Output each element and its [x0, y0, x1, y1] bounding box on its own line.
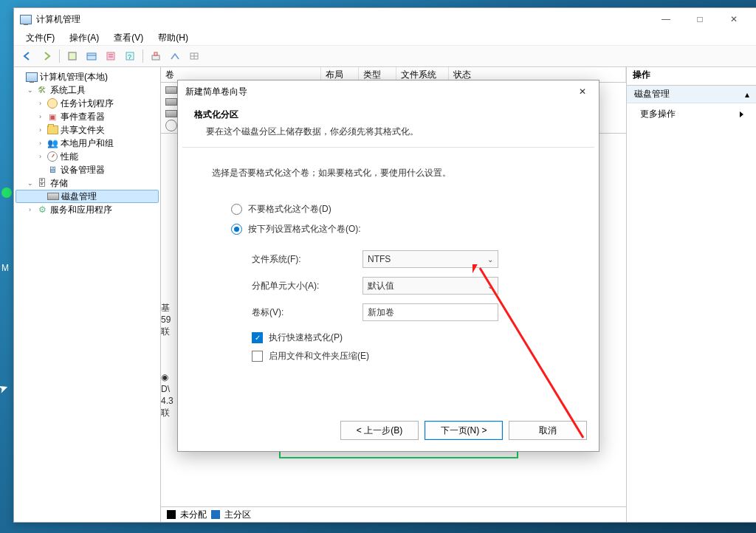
- navigation-tree[interactable]: 计算机管理(本地) ⌄🛠系统工具 ›任务计划程序 ›▣事件查看器 ›共享文件夹 …: [14, 67, 161, 522]
- dialog-close-button[interactable]: ✕: [569, 81, 596, 102]
- titlebar[interactable]: 计算机管理 — □ ✕: [14, 8, 756, 30]
- expander-icon[interactable]: ⌄: [26, 179, 34, 188]
- select-value: NTFS: [368, 254, 391, 264]
- filesystem-select[interactable]: NTFS ⌄: [362, 250, 498, 268]
- dialog-titlebar[interactable]: 新建简单卷向导 ✕: [178, 80, 599, 103]
- toolbar-btn-7[interactable]: [185, 47, 203, 65]
- legend-label: 主分区: [224, 509, 251, 521]
- tree-performance[interactable]: ›性能: [16, 150, 159, 163]
- checkbox-label: 执行快速格式化(P): [269, 331, 343, 344]
- nav-forward-button[interactable]: [38, 47, 55, 65]
- expander-icon[interactable]: ›: [26, 206, 34, 214]
- tree-label: 设备管理器: [61, 164, 105, 176]
- volume-icon: [165, 86, 177, 94]
- tree-storage[interactable]: ⌄🗄存储: [16, 176, 159, 190]
- dialog-subheading: 要在这个磁盘分区上储存数据，你必须先将其格式化。: [194, 125, 583, 138]
- submenu-arrow-icon: [740, 111, 743, 117]
- volume-label-input[interactable]: 新加卷: [362, 303, 498, 321]
- dialog-prompt: 选择是否要格式化这个卷；如果要格式化，要使用什么设置。: [212, 167, 574, 179]
- back-button[interactable]: < 上一步(B): [340, 421, 419, 440]
- tree-device-manager[interactable]: 🖥设备管理器: [16, 163, 159, 176]
- close-button[interactable]: ✕: [717, 8, 751, 30]
- tree-label: 性能: [61, 151, 78, 163]
- mouse-cursor-icon: ➤: [0, 379, 10, 396]
- expander-icon[interactable]: ›: [36, 126, 44, 134]
- tree-label: 服务和应用程序: [50, 204, 112, 216]
- toolbar-btn-5[interactable]: [147, 47, 165, 65]
- collapse-icon[interactable]: ▴: [745, 89, 749, 100]
- toolbar-btn-3[interactable]: [102, 47, 120, 65]
- tree-label: 计算机管理(本地): [40, 71, 108, 83]
- checkbox-label: 启用文件和文件夹压缩(E): [269, 350, 369, 362]
- cancel-button[interactable]: 取消: [509, 421, 587, 440]
- desktop-background-element: [1, 188, 12, 198]
- actions-pane: 操作 磁盘管理 ▴ 更多操作: [627, 67, 756, 522]
- legend-swatch-primary: [211, 510, 220, 519]
- tree-local-users[interactable]: ›👥本地用户和组: [16, 137, 159, 150]
- radio-icon[interactable]: [231, 224, 242, 235]
- tree-system-tools[interactable]: ⌄🛠系统工具: [16, 83, 159, 97]
- toolbar-btn-4[interactable]: ?: [121, 47, 139, 65]
- dialog-header: 格式化分区 要在这个磁盘分区上储存数据，你必须先将其格式化。: [178, 103, 599, 147]
- menu-file[interactable]: 文件(F): [20, 30, 61, 46]
- legend-label: 未分配: [180, 509, 207, 521]
- svg-text:?: ?: [128, 53, 131, 61]
- checkbox-icon[interactable]: [252, 351, 263, 362]
- legend-swatch-unallocated: [167, 510, 176, 519]
- expander-icon[interactable]: ›: [36, 140, 44, 148]
- svg-rect-1: [87, 53, 96, 60]
- expander-icon[interactable]: ›: [36, 113, 44, 121]
- expander-icon[interactable]: ⌄: [26, 86, 34, 94]
- tree-disk-management[interactable]: 磁盘管理: [16, 190, 159, 203]
- quick-format-checkbox[interactable]: ✓ 执行快速格式化(P): [252, 331, 574, 344]
- dialog-heading: 格式化分区: [194, 109, 583, 121]
- diskinfo-line: 基: [161, 302, 171, 314]
- select-value: 默认值: [368, 280, 394, 292]
- toolbar-btn-6[interactable]: [166, 47, 184, 65]
- svg-rect-9: [154, 52, 157, 55]
- next-button[interactable]: 下一页(N) >: [425, 421, 503, 440]
- tree-label: 磁盘管理: [61, 190, 97, 203]
- tree-shared-folders[interactable]: ›共享文件夹: [16, 123, 159, 137]
- legend: 未分配 主分区: [161, 506, 626, 522]
- tree-root[interactable]: 计算机管理(本地): [16, 70, 159, 83]
- menu-view[interactable]: 查看(V): [108, 30, 149, 46]
- radio-no-format[interactable]: 不要格式化这个卷(D): [231, 203, 574, 216]
- expander-icon[interactable]: ›: [36, 100, 44, 108]
- toolbar-btn-1[interactable]: [63, 47, 81, 65]
- radio-icon[interactable]: [231, 204, 242, 215]
- enable-compression-checkbox[interactable]: 启用文件和文件夹压缩(E): [252, 350, 574, 362]
- input-value: 新加卷: [368, 306, 394, 319]
- checkbox-icon[interactable]: ✓: [252, 332, 263, 343]
- maximize-button[interactable]: □: [683, 8, 717, 30]
- expander-icon[interactable]: ›: [36, 153, 44, 161]
- minimize-button[interactable]: —: [649, 8, 683, 30]
- svg-rect-0: [69, 52, 76, 60]
- dvd-icon: [165, 120, 177, 131]
- diskinfo-line: 59: [161, 314, 171, 326]
- actions-more[interactable]: 更多操作: [627, 103, 756, 125]
- tree-label: 本地用户和组: [61, 137, 114, 150]
- gauge-icon: [47, 151, 58, 162]
- tree-task-scheduler[interactable]: ›任务计划程序: [16, 97, 159, 110]
- radio-label: 按下列设置格式化这个卷(O):: [248, 223, 361, 235]
- tree-event-viewer[interactable]: ›▣事件查看器: [16, 110, 159, 123]
- menu-help[interactable]: 帮助(H): [152, 30, 194, 46]
- folder-icon: [47, 124, 58, 136]
- services-icon: ⚙: [36, 204, 48, 216]
- menu-action[interactable]: 操作(A): [63, 30, 105, 46]
- actions-category-label: 磁盘管理: [634, 88, 670, 100]
- filesystem-label: 文件系统(F):: [252, 253, 362, 266]
- radio-format-with-settings[interactable]: 按下列设置格式化这个卷(O):: [231, 223, 574, 235]
- nav-back-button[interactable]: [18, 47, 36, 65]
- chevron-down-icon: ⌄: [487, 255, 493, 264]
- actions-category[interactable]: 磁盘管理 ▴: [627, 86, 756, 103]
- desktop-label: M: [1, 263, 9, 273]
- tree-label: 存储: [50, 177, 68, 190]
- allocation-unit-select[interactable]: 默认值 ⌄: [362, 277, 498, 295]
- toolbar-btn-2[interactable]: [83, 47, 100, 65]
- tree-services-apps[interactable]: ›⚙服务和应用程序: [16, 203, 159, 216]
- tree-label: 共享文件夹: [61, 124, 105, 137]
- tree-label: 任务计划程序: [61, 97, 114, 110]
- wrench-icon: 🛠: [36, 84, 48, 96]
